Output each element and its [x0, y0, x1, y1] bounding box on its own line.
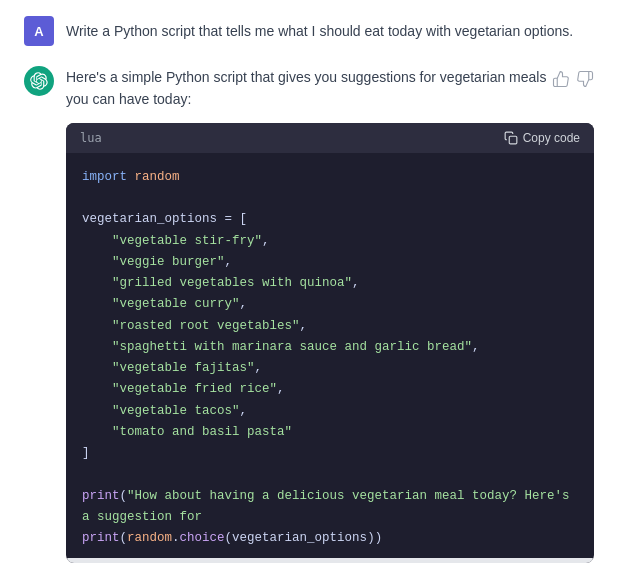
- chat-container: A Write a Python script that tells me wh…: [0, 0, 618, 579]
- user-message-text: Write a Python script that tells me what…: [66, 16, 573, 42]
- chatgpt-icon: [30, 72, 48, 90]
- assistant-avatar: [24, 66, 54, 96]
- code-content: import random vegetarian_options = [ "ve…: [66, 153, 594, 564]
- thumbs-down-icon[interactable]: [576, 70, 594, 88]
- assistant-message: Here's a simple Python script that gives…: [24, 66, 594, 579]
- user-message: A Write a Python script that tells me wh…: [24, 16, 594, 46]
- code-lang-label: lua: [80, 131, 102, 145]
- code-scrollbar-thumb[interactable]: [66, 558, 594, 563]
- assistant-header-row: Here's a simple Python script that gives…: [66, 66, 594, 123]
- thumbs-up-icon[interactable]: [552, 70, 570, 88]
- assistant-intro-text: Here's a simple Python script that gives…: [66, 66, 552, 111]
- user-avatar: A: [24, 16, 54, 46]
- copy-code-button[interactable]: Copy code: [504, 131, 580, 145]
- code-block-header: lua Copy code: [66, 123, 594, 153]
- svg-rect-0: [509, 136, 517, 144]
- copy-code-label: Copy code: [523, 131, 580, 145]
- code-block-wrapper: lua Copy code import random vegetarian_o…: [66, 123, 594, 564]
- feedback-icons: [552, 66, 594, 88]
- assistant-content: Here's a simple Python script that gives…: [66, 66, 594, 579]
- copy-icon: [504, 131, 518, 145]
